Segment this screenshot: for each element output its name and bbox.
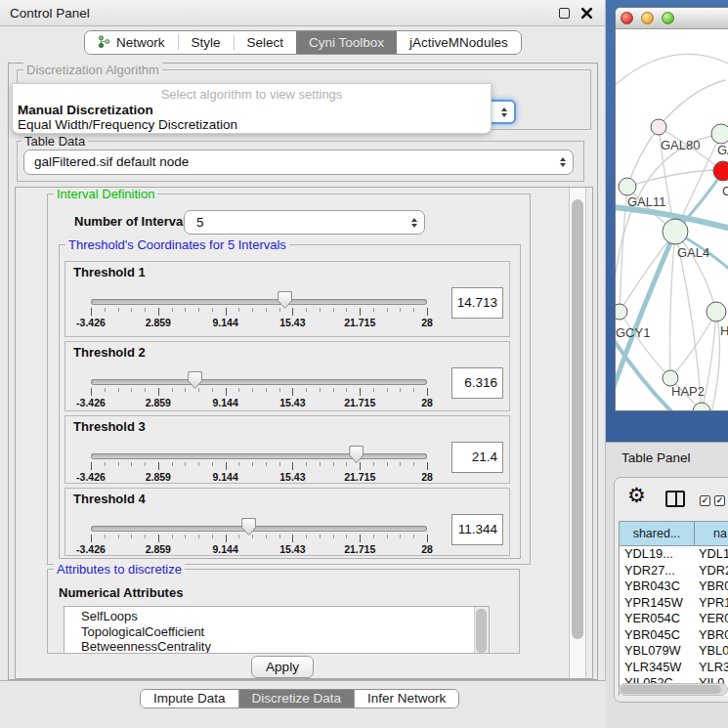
- tick-mark: [427, 462, 428, 470]
- threshold-slider-track[interactable]: [91, 299, 427, 305]
- cell-shared-name[interactable]: YBL079W: [620, 643, 695, 660]
- threshold-slider-thumb[interactable]: [188, 371, 202, 389]
- network-node[interactable]: [619, 178, 636, 195]
- table-horizontal-scrollbar[interactable]: [619, 683, 728, 696]
- cell-name[interactable]: YDL1: [695, 546, 728, 563]
- network-node[interactable]: [663, 219, 688, 244]
- cell-name[interactable]: YBR0: [695, 578, 728, 595]
- threshold-value-field[interactable]: 11.344: [451, 514, 503, 545]
- attribute-list-item[interactable]: BetweennessCentrality: [64, 639, 489, 654]
- cell-shared-name[interactable]: YDR27...: [620, 563, 695, 579]
- cell-shared-name[interactable]: YDL19...: [620, 546, 695, 563]
- close-traffic-light-icon[interactable]: [621, 12, 633, 24]
- table-row[interactable]: YBL079WYBL0: [620, 643, 728, 660]
- dropdown-option[interactable]: Equal Width/Frequency Discretization: [18, 117, 237, 132]
- tab-select[interactable]: Select: [235, 31, 297, 54]
- threshold-value-field[interactable]: 14.713: [451, 287, 503, 319]
- network-node[interactable]: [616, 304, 627, 320]
- tick-mark: [279, 462, 280, 466]
- network-edge[interactable]: [616, 54, 728, 88]
- table-row[interactable]: YLR345WYLR3: [620, 660, 728, 676]
- threshold-slider-track[interactable]: [91, 526, 427, 532]
- network-edge[interactable]: [670, 312, 716, 378]
- cell-name[interactable]: YBR0: [695, 627, 728, 644]
- thumb-face: [242, 519, 255, 535]
- tick-mark: [320, 388, 321, 392]
- apply-button[interactable]: Apply: [251, 656, 314, 678]
- settings-vertical-scrollbar[interactable]: [569, 188, 586, 678]
- settings-scrollbar-thumb[interactable]: [572, 199, 583, 639]
- column-header-shared-name[interactable]: shared...: [620, 522, 695, 545]
- cell-name[interactable]: YER0: [695, 611, 728, 627]
- scale-label: 21.715: [344, 471, 375, 483]
- dropdown-prompt-option[interactable]: Select algorithm to view settings: [13, 87, 491, 102]
- cell-name[interactable]: YLR3: [695, 660, 728, 676]
- network-edge[interactable]: [659, 80, 725, 127]
- threshold-box: Threshold 3-3.4262.8599.14415.4321.71528…: [64, 415, 510, 484]
- tick-mark: [185, 462, 186, 466]
- threshold-slider-thumb[interactable]: [278, 291, 292, 309]
- tick-mark: [266, 308, 267, 312]
- table-row[interactable]: YER054CYER0: [620, 611, 728, 627]
- tab-style[interactable]: Style: [179, 31, 234, 54]
- checkbox-icon[interactable]: ✓: [714, 495, 725, 506]
- tick-mark: [346, 308, 347, 312]
- table-data-combobox[interactable]: galFiltered.sif default node: [23, 150, 574, 175]
- tab-label: Network: [116, 35, 165, 50]
- table-row[interactable]: YPR145WYPR1: [620, 595, 728, 612]
- attribute-list-item[interactable]: TopologicalCoefficient: [64, 624, 489, 640]
- threshold-slider-track[interactable]: [91, 453, 427, 459]
- split-pane-icon[interactable]: [665, 491, 685, 507]
- numerical-attributes-list[interactable]: SelfLoopsTopologicalCoefficientBetweenne…: [64, 606, 490, 654]
- network-window[interactable]: GAL80GACGAL11GAL4GCY1HHAP2: [615, 7, 728, 411]
- network-node[interactable]: [711, 124, 728, 144]
- cell-shared-name[interactable]: YBR043C: [620, 578, 695, 595]
- threshold-slider-thumb[interactable]: [241, 518, 256, 535]
- tab-infer-network[interactable]: Infer Network: [355, 690, 458, 707]
- cell-shared-name[interactable]: YBR045C: [620, 627, 695, 644]
- tab-cyni-toolbox[interactable]: Cyni Toolbox: [296, 31, 397, 54]
- dropdown-option[interactable]: Manual Discretization: [18, 103, 153, 117]
- network-canvas[interactable]: GAL80GACGAL11GAL4GCY1HHAP2: [616, 29, 728, 411]
- cell-shared-name[interactable]: YLR345W: [620, 660, 695, 676]
- threshold-slider-thumb[interactable]: [349, 446, 364, 463]
- number-of-intervals-combobox[interactable]: 5: [184, 210, 425, 235]
- threshold-value-field[interactable]: 21.4: [451, 442, 503, 473]
- table-row[interactable]: YDL19...YDL1: [620, 546, 728, 563]
- close-icon[interactable]: [580, 7, 593, 20]
- gear-icon[interactable]: ⚙: [627, 483, 646, 508]
- cell-name[interactable]: YDR2: [695, 563, 728, 579]
- network-edge[interactable]: [627, 127, 659, 187]
- cell-name[interactable]: YPR1: [695, 595, 728, 612]
- attributes-scrollbar[interactable]: [474, 607, 489, 653]
- combo-arrows-icon: [560, 157, 566, 167]
- float-window-icon[interactable]: [559, 8, 570, 19]
- panel-title: Control Panel: [10, 0, 90, 26]
- cell-name[interactable]: YBL0: [695, 643, 728, 660]
- threshold-slider-track[interactable]: [91, 379, 427, 385]
- tick-mark: [131, 388, 132, 392]
- checkbox-icon[interactable]: ✓: [700, 495, 710, 506]
- column-header-name[interactable]: na: [695, 522, 728, 545]
- tick-mark: [400, 308, 401, 312]
- table-scrollbar-thumb[interactable]: [621, 685, 721, 694]
- minimize-traffic-light-icon[interactable]: [641, 12, 654, 24]
- tick-mark: [226, 535, 227, 542]
- network-node-selected[interactable]: [713, 161, 728, 181]
- attributes-scrollbar-thumb[interactable]: [476, 609, 487, 653]
- tab-network[interactable]: Network: [85, 31, 178, 54]
- tab-impute-data[interactable]: Impute Data: [141, 690, 238, 707]
- table-row[interactable]: YBR043CYBR0: [620, 578, 728, 595]
- tab-jactivemnodules[interactable]: jActiveMNodules: [397, 31, 521, 54]
- zoom-traffic-light-icon[interactable]: [662, 12, 674, 24]
- network-node[interactable]: [651, 119, 666, 135]
- cell-shared-name[interactable]: YER054C: [620, 611, 695, 627]
- table-row[interactable]: YBR045CYBR0: [620, 627, 728, 644]
- network-node[interactable]: [707, 302, 726, 321]
- table-row[interactable]: YDR27...YDR2: [620, 563, 728, 579]
- threshold-value-field[interactable]: 6.316: [451, 367, 503, 399]
- network-edge[interactable]: [670, 232, 675, 378]
- tab-discretize-data[interactable]: Discretize Data: [239, 690, 355, 707]
- cell-shared-name[interactable]: YPR145W: [620, 595, 695, 612]
- attribute-list-item[interactable]: SelfLoops: [64, 609, 489, 624]
